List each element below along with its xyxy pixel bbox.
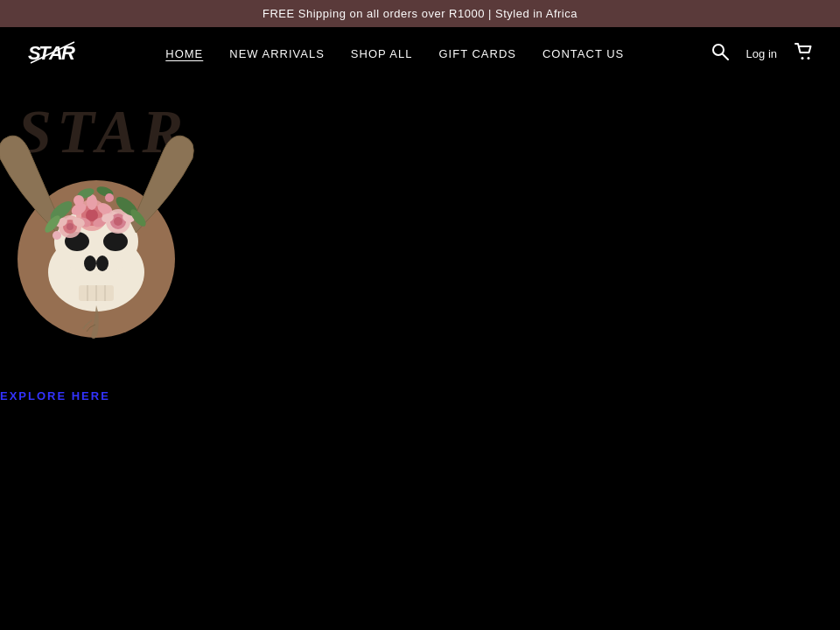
nav-item-shop-all[interactable]: SHOP ALL: [351, 47, 413, 60]
explore-here-link[interactable]: EXPLORE HERE: [0, 389, 110, 402]
nav-item-contact-us[interactable]: CONTACT US: [542, 47, 624, 60]
svg-point-13: [103, 232, 128, 251]
main-content: STAR: [0, 80, 840, 626]
hero-image: [0, 88, 210, 342]
login-link[interactable]: Log in: [746, 47, 777, 60]
svg-point-5: [713, 45, 724, 55]
svg-point-30: [66, 223, 74, 230]
search-icon[interactable]: [711, 43, 729, 65]
header-icons: Log in: [711, 43, 814, 65]
announcement-text: FREE Shipping on all orders over R1000 |…: [262, 7, 578, 20]
svg-point-44: [74, 195, 84, 206]
announcement-bar: FREE Shipping on all orders over R1000 |…: [0, 0, 840, 27]
nav-item-gift-cards[interactable]: GIFT CARDS: [438, 47, 516, 60]
header: S T A R HOME NEW ARRIVALS SHOP ALL GIFT …: [0, 27, 840, 80]
cart-icon[interactable]: [794, 43, 814, 65]
svg-point-8: [808, 57, 810, 60]
svg-point-14: [84, 256, 96, 271]
logo[interactable]: S T A R: [26, 38, 79, 69]
svg-point-35: [114, 217, 122, 226]
svg-point-45: [105, 193, 114, 202]
svg-point-46: [52, 231, 61, 240]
nav-item-new-arrivals[interactable]: NEW ARRIVALS: [229, 47, 325, 60]
svg-line-6: [723, 54, 728, 60]
svg-point-7: [802, 57, 804, 60]
main-nav: HOME NEW ARRIVALS SHOP ALL GIFT CARDS CO…: [165, 47, 624, 60]
nav-item-home[interactable]: HOME: [165, 47, 203, 60]
svg-point-15: [96, 256, 108, 271]
